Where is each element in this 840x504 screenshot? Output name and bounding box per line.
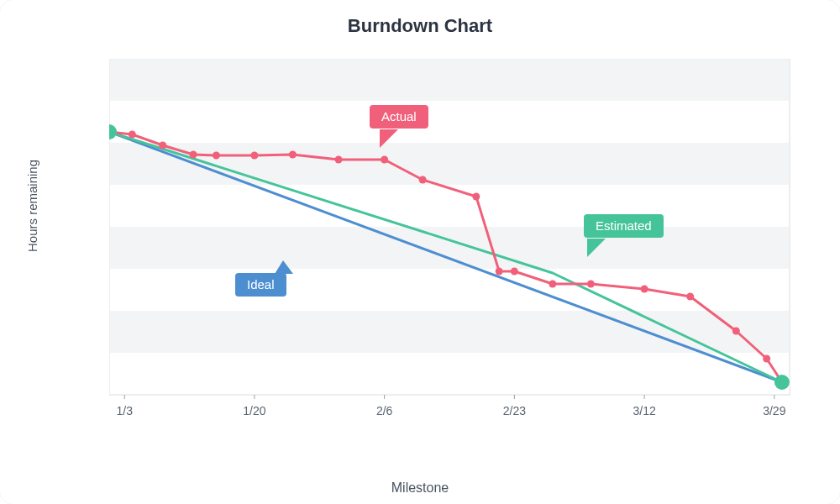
svg-point-52 bbox=[686, 293, 694, 301]
chart-card: Burndown Chart Hours remaining Milestone… bbox=[0, 0, 840, 504]
svg-point-53 bbox=[732, 328, 740, 335]
svg-text:3/12: 3/12 bbox=[633, 404, 655, 417]
svg-point-40 bbox=[213, 152, 220, 160]
svg-point-44 bbox=[381, 156, 388, 164]
y-axis-label: Hours remaining bbox=[25, 160, 39, 252]
annotation-estimated-tail bbox=[587, 239, 609, 259]
svg-point-37 bbox=[129, 131, 136, 139]
annotation-actual-tail bbox=[380, 129, 402, 150]
svg-rect-4 bbox=[109, 59, 790, 101]
svg-text:1/20: 1/20 bbox=[243, 404, 265, 417]
svg-text:3/29: 3/29 bbox=[763, 404, 785, 417]
svg-point-43 bbox=[335, 156, 343, 164]
svg-rect-2 bbox=[109, 227, 790, 269]
svg-text:2/6: 2/6 bbox=[376, 404, 393, 417]
x-axis-label: Milestone bbox=[0, 480, 840, 496]
svg-point-45 bbox=[419, 176, 427, 184]
svg-point-49 bbox=[549, 281, 556, 288]
svg-point-51 bbox=[641, 286, 648, 293]
svg-text:1/3: 1/3 bbox=[116, 404, 133, 417]
chart-title: Burndown Chart bbox=[0, 15, 840, 37]
annotation-actual: Actual bbox=[370, 105, 428, 129]
svg-point-48 bbox=[511, 268, 518, 276]
annotation-ideal-tail bbox=[275, 260, 297, 277]
plot-area: 05101520253035401/31/202/62/233/123/29 A… bbox=[109, 59, 798, 441]
svg-point-54 bbox=[763, 355, 770, 363]
svg-point-39 bbox=[190, 151, 197, 159]
svg-point-46 bbox=[472, 193, 480, 201]
svg-point-47 bbox=[496, 268, 503, 276]
svg-point-57 bbox=[774, 375, 790, 390]
svg-point-38 bbox=[159, 142, 166, 150]
svg-point-41 bbox=[250, 152, 258, 160]
svg-text:2/23: 2/23 bbox=[503, 404, 526, 417]
chart-svg: 05101520253035401/31/202/62/233/123/29 bbox=[109, 59, 798, 441]
svg-point-42 bbox=[289, 151, 297, 159]
annotation-estimated: Estimated bbox=[584, 214, 664, 238]
svg-point-50 bbox=[587, 281, 595, 288]
